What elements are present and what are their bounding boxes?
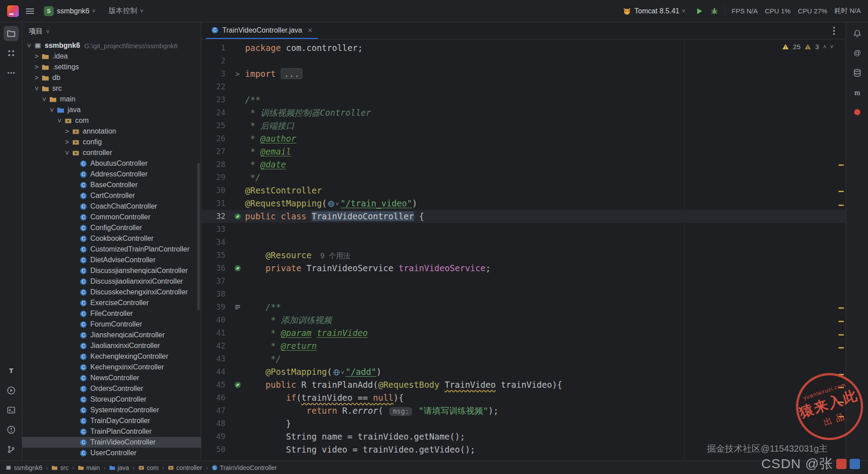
tree-item-.settings[interactable]: >.settings: [22, 62, 201, 72]
run-button[interactable]: [695, 7, 704, 16]
close-icon[interactable]: ×: [308, 26, 313, 34]
terminal-icon[interactable]: [4, 403, 19, 418]
line-number[interactable]: 27: [201, 145, 230, 158]
warning-stripe-mark[interactable]: [838, 191, 844, 192]
code-text[interactable]: @RestController: [245, 184, 846, 197]
line-number[interactable]: 2: [201, 55, 230, 67]
line-number[interactable]: 22: [201, 80, 230, 93]
code-text[interactable]: /**: [245, 301, 846, 314]
tab-options-icon[interactable]: [833, 30, 835, 32]
warning-stripe-mark[interactable]: [838, 387, 844, 388]
breadcrumb-item-TrainVideoController[interactable]: CTrainVideoController: [212, 464, 277, 471]
code-line-27[interactable]: 27 * @email: [201, 145, 846, 158]
code-text[interactable]: */: [245, 171, 846, 184]
line-number[interactable]: 30: [201, 184, 230, 197]
tree-chevron-icon[interactable]: >: [40, 95, 48, 103]
code-line-38[interactable]: 38: [201, 288, 846, 301]
tree-item-OrdersController[interactable]: COrdersController: [22, 383, 201, 394]
code-line-30[interactable]: 30@RestController: [201, 184, 846, 197]
code-text[interactable]: /**: [245, 93, 846, 106]
code-line-26[interactable]: 26 * @author: [201, 132, 846, 145]
line-number[interactable]: 44: [201, 365, 230, 378]
line-number[interactable]: 29: [201, 171, 230, 184]
code-text[interactable]: * @email: [245, 145, 846, 158]
tree-item-KechenglexingController[interactable]: CKechenglexingController: [22, 351, 201, 362]
code-line-28[interactable]: 28 * @date: [201, 158, 846, 171]
ai-icon[interactable]: @: [850, 46, 865, 61]
tree-item-annotation[interactable]: >annotation: [22, 126, 201, 137]
code-text[interactable]: * 添加训练视频: [245, 314, 846, 327]
line-number[interactable]: 47: [201, 404, 230, 417]
tree-chevron-icon[interactable]: >: [33, 84, 41, 92]
services-icon[interactable]: [4, 383, 19, 398]
tree-item-JiaolianxinxiController[interactable]: CJiaolianxinxiController: [22, 340, 201, 351]
tree-item-KechengxinxiController[interactable]: CKechengxinxiController: [22, 362, 201, 373]
database-icon[interactable]: [850, 65, 865, 80]
code-text[interactable]: return R.error( msg: "请填写训练视频");: [245, 404, 846, 417]
tree-item-java[interactable]: >java: [22, 105, 201, 115]
code-line-31[interactable]: 31@RequestMapping(>"/train_video"): [201, 197, 846, 210]
tree-chevron-icon[interactable]: >: [33, 52, 41, 60]
warning-stripe-mark[interactable]: [838, 321, 844, 322]
warning-stripe-mark[interactable]: [838, 374, 844, 375]
tree-item-DietAdviseController[interactable]: CDietAdviseController: [22, 255, 201, 265]
code-text[interactable]: @Resource 9 个用法: [245, 249, 846, 262]
line-number[interactable]: 35: [201, 249, 230, 262]
warning-stripe-mark[interactable]: [838, 416, 844, 417]
code-line-44[interactable]: 44 @PostMapping(>"/add"): [201, 365, 846, 378]
git-icon[interactable]: [4, 442, 19, 457]
code-text[interactable]: public class TrainVideoController {: [245, 210, 846, 223]
line-number[interactable]: 1: [201, 42, 230, 55]
code-line-24[interactable]: 24 * 训练视频控制器Controller: [201, 106, 846, 119]
breadcrumb-item-main[interactable]: main: [78, 464, 100, 471]
code-text[interactable]: [245, 80, 846, 93]
tree-item-DiscussjianshenqicaiController[interactable]: CDiscussjianshenqicaiController: [22, 265, 201, 276]
structure-icon[interactable]: [4, 46, 19, 61]
code-line-32[interactable]: 32public class TrainVideoController {: [201, 210, 846, 223]
code-line-35[interactable]: 35 @Resource 9 个用法: [201, 249, 846, 262]
tree-item-CoachChatController[interactable]: CCoachChatController: [22, 201, 201, 212]
code-line-41[interactable]: 41 * @param trainVideo: [201, 327, 846, 340]
code-line-1[interactable]: 1package com.controller;: [201, 42, 846, 55]
code-text[interactable]: @RequestMapping(>"/train_video"): [245, 197, 846, 210]
code-line-47[interactable]: 47 return R.error( msg: "请填写训练视频");: [201, 404, 846, 417]
url-mapping-icon[interactable]: >: [327, 197, 339, 210]
code-text[interactable]: * @date: [245, 158, 846, 171]
todo-icon[interactable]: T: [4, 363, 19, 378]
code-line-45[interactable]: 45 public R trainPlanAdd(@RequestBody Tr…: [201, 378, 846, 391]
code-line-37[interactable]: 37: [201, 275, 846, 288]
next-problem-icon[interactable]: >: [829, 45, 836, 49]
line-number[interactable]: 32: [201, 210, 230, 223]
tree-item-TrainDayController[interactable]: CTrainDayController: [22, 415, 201, 426]
tree-item-DiscussjiaolianxinxiController[interactable]: CDiscussjiaolianxinxiController: [22, 276, 201, 287]
line-number[interactable]: 38: [201, 288, 230, 301]
tree-item-CustomizedTrainPlanController[interactable]: CCustomizedTrainPlanController: [22, 244, 201, 255]
tree-item-com[interactable]: >com: [22, 115, 201, 126]
code-text[interactable]: public R trainPlanAdd(@RequestBody Train…: [245, 378, 846, 391]
code-text[interactable]: String name = trainVideo.getName();: [245, 430, 846, 443]
code-text[interactable]: String video = trainVideo.getVideo();: [245, 443, 846, 456]
tree-item-CartController[interactable]: CCartController: [22, 190, 201, 201]
line-number[interactable]: 41: [201, 327, 230, 340]
code-text[interactable]: import ...: [245, 67, 846, 80]
code-text[interactable]: if(trainVideo == null){: [245, 391, 846, 404]
line-number[interactable]: 25: [201, 119, 230, 132]
line-number[interactable]: 36: [201, 262, 230, 275]
code-text[interactable]: * 后端接口: [245, 119, 846, 132]
tree-item-controller[interactable]: >controller: [22, 147, 201, 158]
debug-button[interactable]: [710, 7, 719, 15]
run-configuration-widget[interactable]: Tomcat 8.5.41 >: [620, 5, 689, 17]
line-number[interactable]: 49: [201, 430, 230, 443]
project-panel-header[interactable]: 项目 >: [22, 22, 201, 40]
code-text[interactable]: @PostMapping(>"/add"): [245, 365, 846, 378]
tree-item-config[interactable]: >config: [22, 137, 201, 147]
code-line-43[interactable]: 43 */: [201, 352, 846, 365]
tree-item-BaseController[interactable]: CBaseController: [22, 180, 201, 190]
code-line-49[interactable]: 49 String name = trainVideo.getName();: [201, 430, 846, 443]
problems-icon[interactable]: [4, 422, 19, 437]
code-line-33[interactable]: 33: [201, 223, 846, 236]
tree-item-TrainPlanController[interactable]: CTrainPlanController: [22, 426, 201, 437]
tree-item-AddressController[interactable]: CAddressController: [22, 169, 201, 180]
line-number[interactable]: 39: [201, 301, 230, 314]
warning-stripe-mark[interactable]: [838, 334, 844, 336]
